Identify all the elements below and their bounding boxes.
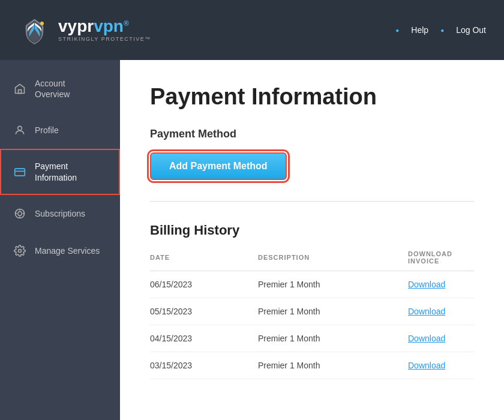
svg-rect-2 — [19, 90, 22, 94]
download-link[interactable]: Download — [408, 307, 445, 316]
sidebar-item-account-overview[interactable]: AccountOverview — [0, 66, 120, 112]
sidebar-label-profile: Profile — [35, 125, 59, 135]
col-header-description: DESCRIPTION — [258, 250, 408, 271]
sidebar-label-payment-information: PaymentInformation — [35, 161, 77, 182]
billing-date: 04/15/2023 — [150, 325, 258, 352]
table-header-row: DATE DESCRIPTION DOWNLOAD INVOICE — [150, 250, 474, 271]
nav-dot-1: ● — [395, 27, 399, 34]
sidebar-label-account-overview: AccountOverview — [35, 78, 70, 100]
sidebar-item-manage-services[interactable]: Manage Services — [0, 232, 120, 269]
divider — [150, 201, 474, 202]
billing-download-cell: Download — [408, 325, 474, 352]
billing-description: Premier 1 Month — [258, 352, 408, 379]
sidebar: AccountOverview Profile PaymentInformati… — [0, 60, 120, 420]
page-title: Payment Information — [150, 84, 474, 110]
content-area: Payment Information Payment Method Add P… — [120, 60, 504, 420]
gear-icon — [13, 244, 26, 257]
col-header-download: DOWNLOAD INVOICE — [408, 250, 474, 271]
billing-description: Premier 1 Month — [258, 271, 408, 298]
add-payment-method-button[interactable]: Add Payment Method — [150, 152, 287, 180]
sidebar-label-manage-services: Manage Services — [35, 246, 100, 256]
billing-download-cell: Download — [408, 352, 474, 379]
logout-link[interactable]: Log Out — [456, 25, 486, 35]
home-icon — [13, 82, 26, 95]
sidebar-item-payment-information[interactable]: PaymentInformation — [0, 149, 120, 194]
billing-history-title: Billing History — [150, 223, 474, 238]
card-icon — [13, 166, 26, 179]
billing-download-cell: Download — [408, 271, 474, 298]
sidebar-label-subscriptions: Subscriptions — [35, 209, 85, 218]
col-header-date: DATE — [150, 250, 258, 271]
sidebar-item-subscriptions[interactable]: Subscriptions — [0, 195, 120, 232]
top-navigation: vyprvpn® STRIKINGLY PROTECTIVE™ ● Help ●… — [0, 0, 504, 60]
logo-text: vyprvpn® STRIKINGLY PROTECTIVE™ — [58, 18, 151, 42]
payment-method-title: Payment Method — [150, 128, 474, 140]
download-link[interactable]: Download — [408, 280, 445, 289]
nav-links: ● Help ● Log Out — [395, 25, 486, 35]
subscriptions-icon — [13, 207, 26, 220]
table-row: 03/15/2023Premier 1 MonthDownload — [150, 352, 474, 379]
logo-area: vyprvpn® STRIKINGLY PROTECTIVE™ — [18, 14, 151, 47]
billing-history-table: DATE DESCRIPTION DOWNLOAD INVOICE 06/15/… — [150, 250, 474, 379]
svg-rect-4 — [15, 169, 25, 176]
nav-dot-2: ● — [440, 27, 444, 34]
user-icon — [13, 124, 26, 137]
billing-date: 03/15/2023 — [150, 352, 258, 379]
svg-point-1 — [40, 22, 44, 25]
download-link[interactable]: Download — [408, 361, 445, 370]
main-layout: AccountOverview Profile PaymentInformati… — [0, 60, 504, 420]
logo-brand-text: vyprvpn® — [58, 18, 151, 35]
svg-point-12 — [19, 249, 22, 252]
svg-point-7 — [18, 211, 22, 215]
billing-description: Premier 1 Month — [258, 325, 408, 352]
sidebar-item-profile[interactable]: Profile — [0, 112, 120, 149]
billing-date: 05/15/2023 — [150, 298, 258, 325]
table-row: 05/15/2023Premier 1 MonthDownload — [150, 298, 474, 325]
table-row: 04/15/2023Premier 1 MonthDownload — [150, 325, 474, 352]
vyprvpn-logo-icon — [18, 14, 51, 47]
billing-description: Premier 1 Month — [258, 298, 408, 325]
svg-point-3 — [18, 127, 22, 131]
download-link[interactable]: Download — [408, 334, 445, 343]
table-row: 06/15/2023Premier 1 MonthDownload — [150, 271, 474, 298]
logo-tagline: STRIKINGLY PROTECTIVE™ — [58, 36, 151, 42]
billing-download-cell: Download — [408, 298, 474, 325]
help-link[interactable]: Help — [411, 25, 428, 35]
billing-date: 06/15/2023 — [150, 271, 258, 298]
